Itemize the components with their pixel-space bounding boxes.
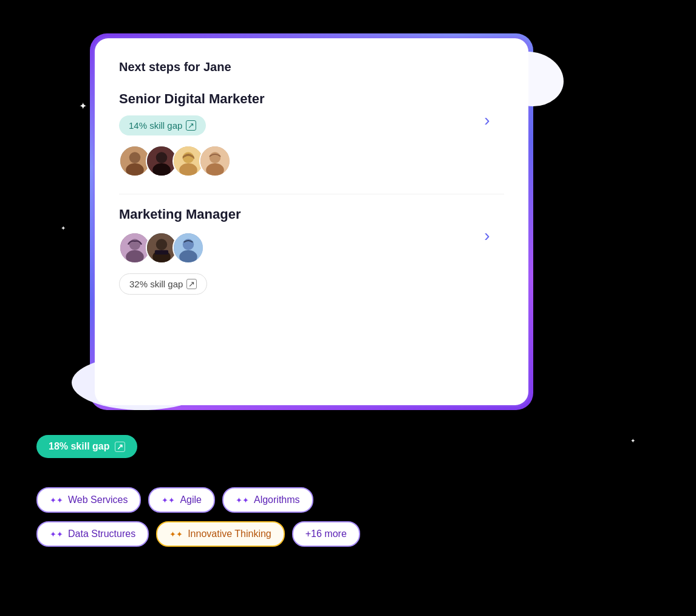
avatar-2-3 bbox=[172, 232, 204, 264]
stars-icon-agile: ✦✦ bbox=[162, 496, 175, 505]
skill-tag-label-agile: Agile bbox=[180, 495, 202, 505]
scene: ✦ ✦ ✦ Next steps for Jane Senior Digital… bbox=[0, 0, 696, 616]
role-title-1: Senior Digital Marketer bbox=[119, 91, 468, 107]
avatar-group-1 bbox=[119, 145, 468, 177]
standalone-skill-gap-badge[interactable]: 18% skill gap ↗ bbox=[36, 435, 137, 458]
skill-tag-label-innovative-thinking: Innovative Thinking bbox=[188, 529, 271, 539]
stars-icon-data-structures: ✦✦ bbox=[50, 530, 63, 539]
skill-tag-label-more: +16 more bbox=[305, 529, 347, 539]
standalone-badge-wrapper: 18% skill gap ↗ bbox=[36, 435, 360, 473]
card-wrapper: Next steps for Jane Senior Digital Marke… bbox=[90, 33, 533, 410]
divider-1 bbox=[119, 194, 504, 194]
skill-gap-label-1: 14% skill gap bbox=[129, 120, 182, 131]
svg-rect-18 bbox=[155, 250, 168, 255]
sparkle-2: ✦ bbox=[61, 225, 66, 231]
skill-tag-algorithms[interactable]: ✦✦ Algorithms bbox=[222, 487, 313, 513]
skill-tag-more[interactable]: +16 more bbox=[292, 521, 360, 547]
chevron-right-icon-1: › bbox=[484, 111, 490, 130]
stars-icon-algorithms: ✦✦ bbox=[236, 496, 249, 505]
external-link-icon-2: ↗ bbox=[186, 279, 197, 289]
skill-tag-innovative-thinking[interactable]: ✦✦ Innovative Thinking bbox=[156, 521, 285, 547]
svg-point-1 bbox=[129, 152, 140, 163]
skill-tag-web-services[interactable]: ✦✦ Web Services bbox=[36, 487, 141, 513]
role-marketing-manager: Marketing Manager bbox=[119, 207, 504, 295]
svg-point-4 bbox=[156, 152, 167, 163]
avatar-1-4 bbox=[199, 145, 231, 177]
skill-gap-wrapper-2: 32% skill gap ↗ bbox=[119, 273, 468, 295]
stars-icon-innovative-thinking: ✦✦ bbox=[169, 530, 183, 539]
card-title: Next steps for Jane bbox=[119, 60, 504, 74]
role-senior-digital-marketer: Senior Digital Marketer 14% skill gap ↗ bbox=[119, 91, 504, 177]
stars-icon-web-services: ✦✦ bbox=[50, 496, 63, 505]
svg-point-16 bbox=[156, 239, 167, 250]
skill-tags-row-2: ✦✦ Data Structures ✦✦ Innovative Thinkin… bbox=[36, 521, 360, 547]
skill-gap-badge-2[interactable]: 32% skill gap ↗ bbox=[119, 273, 207, 295]
sparkle-3: ✦ bbox=[630, 437, 635, 444]
standalone-badge-label: 18% skill gap bbox=[49, 441, 110, 452]
skill-tag-label-algorithms: Algorithms bbox=[254, 495, 300, 505]
sparkle-1: ✦ bbox=[79, 100, 87, 112]
chevron-right-icon-2: › bbox=[484, 226, 490, 245]
bottom-section: 18% skill gap ↗ ✦✦ Web Services ✦✦ Agile… bbox=[36, 435, 360, 555]
chevron-btn-2[interactable]: › bbox=[476, 225, 498, 247]
skill-tag-data-structures[interactable]: ✦✦ Data Structures bbox=[36, 521, 149, 547]
role-title-2: Marketing Manager bbox=[119, 207, 468, 222]
external-link-icon-1: ↗ bbox=[186, 120, 196, 131]
standalone-external-link-icon: ↗ bbox=[115, 442, 125, 452]
skill-tags-row-1: ✦✦ Web Services ✦✦ Agile ✦✦ Algorithms bbox=[36, 487, 360, 513]
skill-gap-badge-1[interactable]: 14% skill gap ↗ bbox=[119, 115, 206, 135]
skill-tag-agile[interactable]: ✦✦ Agile bbox=[148, 487, 215, 513]
skill-tag-label-data-structures: Data Structures bbox=[68, 529, 135, 539]
skill-tag-label-web-services: Web Services bbox=[68, 495, 128, 505]
skill-gap-label-2: 32% skill gap bbox=[129, 279, 183, 289]
avatar-group-2 bbox=[119, 232, 468, 264]
main-card: Next steps for Jane Senior Digital Marke… bbox=[95, 38, 528, 405]
chevron-btn-1[interactable]: › bbox=[476, 109, 498, 131]
